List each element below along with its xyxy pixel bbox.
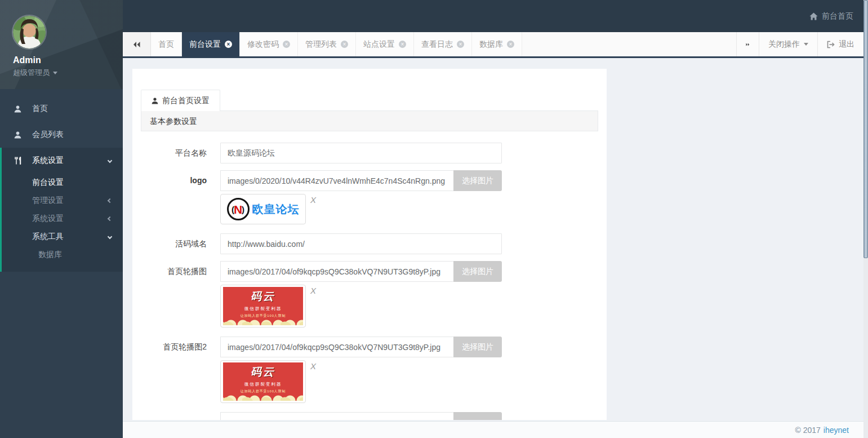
- tab-front-settings[interactable]: 前台设置 ×: [182, 32, 240, 56]
- sidebar-item-home[interactable]: 首页: [0, 96, 123, 122]
- field-label: 平台名称: [141, 143, 220, 163]
- tabs-scroll-left-button[interactable]: [123, 32, 151, 56]
- sidebar-user-block: Admin 超级管理员: [0, 0, 123, 89]
- scrollbar-thumb[interactable]: [863, 0, 868, 258]
- tab-front-home-settings[interactable]: 前台首页设置: [141, 90, 220, 111]
- form-row-carousel-2: 首页轮播图2 选择图片: [141, 337, 598, 357]
- user-icon: [152, 98, 158, 104]
- footer: © 2017 iheynet: [123, 421, 863, 438]
- partial-path-input[interactable]: [220, 412, 453, 420]
- card-tabs: 前台首页设置: [132, 69, 607, 110]
- avatar[interactable]: [13, 16, 46, 48]
- footer-brand-link[interactable]: iheynet: [824, 426, 849, 435]
- home-icon: [809, 12, 818, 20]
- tab-label: 前台设置: [189, 39, 221, 50]
- tab-site-settings[interactable]: 站点设置 ×: [356, 32, 414, 56]
- sidebar-group-system-settings: 系统设置 前台设置 管理设置 系统设置 系统工具: [0, 148, 123, 272]
- choose-image-button[interactable]: 选择图片: [453, 261, 502, 282]
- banner-image: 码云 微信群裂变利器 让加码入群不受100人限制: [223, 287, 303, 325]
- field-label: 活码域名: [141, 233, 220, 254]
- choose-image-button[interactable]: [453, 412, 502, 420]
- remove-image-button[interactable]: X: [310, 195, 316, 205]
- tab-view-logs[interactable]: 查看日志 ×: [414, 32, 472, 56]
- avatar-image: [13, 16, 46, 48]
- tab-close-icon[interactable]: ×: [507, 41, 514, 48]
- field-label: [141, 412, 220, 420]
- tab-label: 管理列表: [305, 39, 337, 50]
- tab-title: 前台首页设置: [162, 96, 210, 106]
- breadcrumb[interactable]: 前台首页: [809, 11, 853, 21]
- sidebar-item-system-settings[interactable]: 系统设置: [2, 148, 123, 174]
- logo-path-input[interactable]: [220, 170, 453, 191]
- tab-close-icon[interactable]: ×: [341, 41, 348, 48]
- banner-image: 码云 微信群裂变利器 让加码入群不受100人限制: [223, 362, 303, 401]
- tab-label: 查看日志: [421, 39, 453, 50]
- form-row-live-domain: 活码域名: [141, 233, 598, 254]
- field-label: logo: [141, 170, 220, 191]
- double-chevron-left-icon: [132, 41, 141, 48]
- tab-label: 修改密码: [247, 39, 279, 50]
- sidebar-subitem-admin-settings[interactable]: 管理设置: [2, 192, 123, 210]
- content-area: 前台首页设置 基本参数设置 平台名称 logo: [123, 58, 863, 421]
- user-icon: [14, 105, 21, 113]
- tabbar-right-controls: 关闭操作 退出: [736, 32, 863, 56]
- tab-label: 首页: [158, 39, 174, 50]
- close-operations-dropdown[interactable]: 关闭操作: [759, 32, 817, 56]
- logout-button[interactable]: 退出: [817, 32, 863, 56]
- form-row-carousel-1: 首页轮播图 选择图片: [141, 261, 598, 282]
- form-row-logo: logo 选择图片: [141, 170, 598, 191]
- chevron-left-icon: [108, 216, 112, 221]
- tab-close-icon[interactable]: ×: [283, 41, 290, 48]
- tabs-scroll-right-button[interactable]: [736, 32, 759, 56]
- sidebar-subitem-database[interactable]: 数据库: [2, 246, 123, 264]
- panel-header: 基本参数设置: [141, 110, 598, 131]
- logo-preview-row: (N) 欧皇论坛 X: [141, 194, 598, 224]
- panel-title: 基本参数设置: [150, 117, 197, 126]
- sidebar-item-label: 会员列表: [32, 130, 64, 140]
- settings-card: 前台首页设置 基本参数设置 平台名称 logo: [132, 69, 607, 420]
- chevron-down-icon: [108, 235, 112, 239]
- carousel1-preview-row: 码云 微信群裂变利器 让加码入群不受100人限制 X: [141, 285, 598, 328]
- sidebar-subitem-system-settings[interactable]: 系统设置: [2, 210, 123, 228]
- remove-image-button[interactable]: X: [310, 286, 316, 295]
- sidebar-subitem-label: 前台设置: [32, 178, 64, 188]
- sidebar: Admin 超级管理员 首页 会员列表: [0, 0, 123, 438]
- user-name: Admin: [13, 55, 123, 65]
- sidebar-subitem-front-settings[interactable]: 前台设置: [2, 174, 123, 192]
- carousel2-preview: 码云 微信群裂变利器 让加码入群不受100人限制: [220, 360, 306, 403]
- choose-image-button[interactable]: 选择图片: [453, 337, 502, 357]
- banner-clouds: [223, 317, 303, 325]
- tab-change-password[interactable]: 修改密码 ×: [240, 32, 298, 56]
- logo-emblem-icon: (N): [227, 198, 250, 220]
- remove-image-button[interactable]: X: [310, 361, 316, 371]
- tab-close-icon[interactable]: ×: [399, 41, 406, 48]
- sidebar-subitem-label: 管理设置: [32, 196, 64, 206]
- logout-label: 退出: [839, 39, 854, 50]
- sidebar-subitem-label: 系统设置: [32, 214, 64, 224]
- user-role-dropdown[interactable]: 超级管理员: [13, 68, 123, 78]
- chevron-left-icon: [108, 198, 112, 203]
- carousel1-path-input[interactable]: [220, 261, 453, 282]
- tab-database[interactable]: 数据库 ×: [472, 32, 522, 56]
- form-row-platform-name: 平台名称: [141, 143, 598, 163]
- live-domain-input[interactable]: [220, 233, 502, 254]
- form-row-partial: [141, 412, 598, 420]
- tab-label: 数据库: [479, 39, 503, 50]
- double-chevron-right-icon: [746, 41, 750, 48]
- sidebar-item-members[interactable]: 会员列表: [0, 122, 123, 148]
- tab-home[interactable]: 首页: [151, 32, 182, 56]
- user-icon: [14, 131, 21, 139]
- sign-out-icon: [827, 41, 835, 48]
- tab-admin-list[interactable]: 管理列表 ×: [298, 32, 356, 56]
- carousel2-preview-row: 码云 微信群裂变利器 让加码入群不受100人限制 X: [141, 360, 598, 403]
- choose-image-button[interactable]: 选择图片: [453, 170, 502, 191]
- carousel2-path-input[interactable]: [220, 337, 453, 357]
- tab-close-icon[interactable]: ×: [457, 41, 464, 48]
- logo-preview: (N) 欧皇论坛: [220, 194, 306, 224]
- breadcrumb-label: 前台首页: [822, 11, 853, 21]
- tab-close-icon[interactable]: ×: [225, 41, 232, 48]
- sidebar-subitem-system-tools[interactable]: 系统工具: [2, 228, 123, 246]
- admin-app: Admin 超级管理员 首页 会员列表: [0, 0, 868, 438]
- platform-name-input[interactable]: [220, 143, 502, 163]
- cutlery-icon: [14, 157, 21, 165]
